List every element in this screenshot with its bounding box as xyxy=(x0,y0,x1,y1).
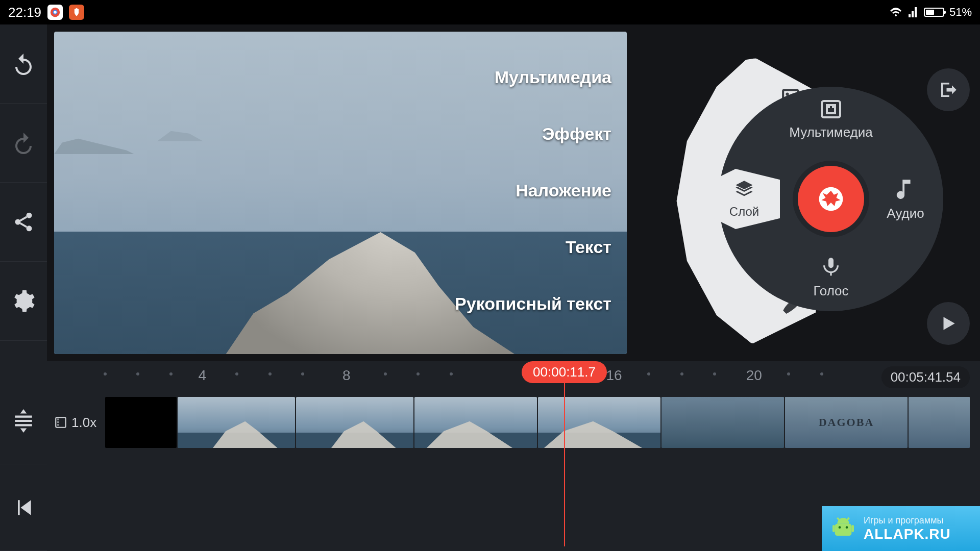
record-capture-button[interactable] xyxy=(798,166,864,232)
status-time: 22:19 xyxy=(8,5,41,20)
timeline-clip[interactable] xyxy=(296,397,413,448)
playhead-time: 00:00:11.7 xyxy=(522,361,607,383)
label-handwriting: Рукописный текст xyxy=(455,294,611,314)
svg-point-24 xyxy=(846,526,848,529)
clip-speed-badge[interactable]: 1.0x xyxy=(54,411,100,434)
svg-rect-19 xyxy=(58,418,59,420)
watermark-subtitle: Игры и программы xyxy=(864,515,951,526)
svg-rect-22 xyxy=(835,524,852,536)
play-button[interactable] xyxy=(927,302,970,345)
svg-rect-14 xyxy=(822,101,840,117)
timeline[interactable]: 4 8 16 20 00:00:11.7 00:05:41.54 xyxy=(47,361,980,551)
wheel-multimedia[interactable]: Мультимедиа xyxy=(790,99,872,140)
video-editor-app: Мультимедиа Эффект Наложение Текст Рукоп… xyxy=(0,24,980,551)
undo-button[interactable] xyxy=(0,24,47,104)
signal-icon xyxy=(908,7,919,17)
svg-point-3 xyxy=(27,213,32,218)
label-overlay: Наложение xyxy=(516,181,611,201)
svg-line-28 xyxy=(847,518,849,520)
svg-point-2 xyxy=(54,11,57,14)
label-multimedia: Мультимедиа xyxy=(495,67,611,87)
timeline-clip[interactable] xyxy=(909,397,970,448)
exit-button[interactable] xyxy=(927,68,970,111)
wheel-layer[interactable]: Слой xyxy=(708,169,780,229)
timeline-clip[interactable] xyxy=(178,397,295,448)
wheel-audio[interactable]: Аудио xyxy=(865,177,946,221)
svg-rect-18 xyxy=(56,417,66,428)
total-duration: 00:05:41.54 xyxy=(881,366,970,388)
svg-rect-17 xyxy=(832,106,834,108)
svg-rect-26 xyxy=(851,525,854,532)
ruler-mark-16: 16 xyxy=(606,367,622,384)
battery-percent: 51% xyxy=(949,6,972,19)
ruler-mark-4: 4 xyxy=(198,367,206,384)
ruler-mark-20: 20 xyxy=(746,367,762,384)
svg-rect-16 xyxy=(828,106,830,108)
layer-type-labels: Мультимедиа Эффект Наложение Текст Рукоп… xyxy=(455,67,611,314)
android-status-bar: 22:19 51% xyxy=(0,0,980,24)
svg-point-5 xyxy=(27,226,32,231)
share-button[interactable] xyxy=(0,183,47,262)
app-notification-icon xyxy=(69,5,84,20)
wifi-icon xyxy=(889,7,902,17)
svg-line-27 xyxy=(837,518,840,520)
settings-button[interactable] xyxy=(0,262,47,341)
timeline-clip[interactable]: DAGOBA xyxy=(785,397,908,448)
svg-rect-20 xyxy=(58,421,59,423)
android-icon xyxy=(829,514,857,543)
watermark-badge: Игры и программы ALLAPK.RU xyxy=(822,506,980,551)
label-text: Текст xyxy=(566,237,611,257)
clip-track[interactable]: 1.0x DAGOBA xyxy=(54,392,980,453)
timeline-ruler[interactable]: 4 8 16 20 00:00:11.7 00:05:41.54 xyxy=(54,361,980,392)
redo-button[interactable] xyxy=(0,104,47,183)
action-wheel: Мультимедиа Слой Аудио Голос xyxy=(719,87,943,311)
battery-icon xyxy=(924,8,944,17)
svg-point-4 xyxy=(15,219,21,225)
video-preview[interactable]: Мультимедиа Эффект Наложение Текст Рукоп… xyxy=(54,32,627,354)
timeline-clip[interactable] xyxy=(414,397,537,448)
left-tool-rail xyxy=(0,24,47,551)
timeline-clip[interactable] xyxy=(662,397,784,448)
svg-rect-25 xyxy=(832,525,835,532)
ruler-mark-8: 8 xyxy=(342,367,351,384)
svg-point-23 xyxy=(839,526,841,529)
clip-gap xyxy=(105,397,177,448)
chrome-app-icon xyxy=(47,5,63,20)
watermark-title: ALLAPK.RU xyxy=(864,526,951,542)
jump-to-start-button[interactable] xyxy=(0,464,47,551)
timeline-expand-button[interactable] xyxy=(0,378,47,464)
svg-rect-21 xyxy=(58,424,59,425)
playhead[interactable]: 00:00:11.7 xyxy=(522,361,607,546)
label-effect: Эффект xyxy=(542,124,611,144)
wheel-voice[interactable]: Голос xyxy=(790,255,872,299)
